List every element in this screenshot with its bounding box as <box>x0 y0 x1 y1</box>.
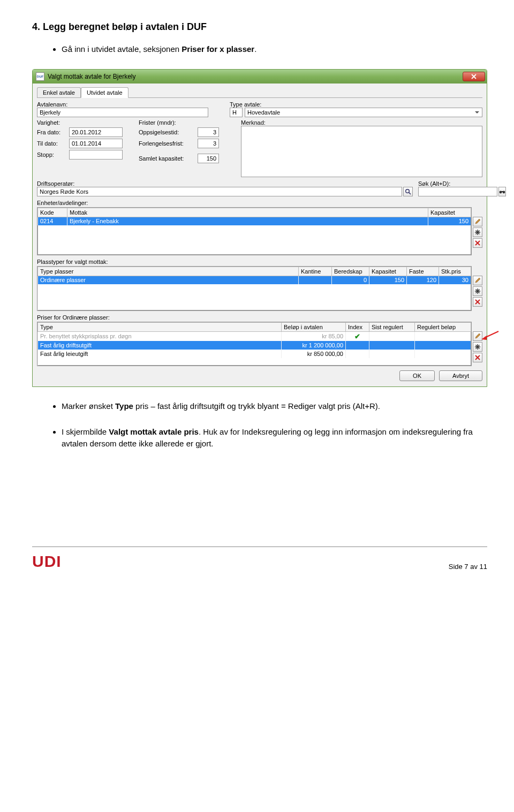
cell-kapasitet: 150 <box>428 217 471 225</box>
input-type-code[interactable] <box>230 108 243 117</box>
search-driftsoperator-button[interactable] <box>403 187 413 196</box>
col-sist-regulert[interactable]: Sist regulert <box>369 322 415 331</box>
cell-beredskap: 0 <box>332 276 369 284</box>
label-priser: Priser for Ordinære plasser: <box>37 314 482 321</box>
label-driftsoperator: Driftsoperatør: <box>37 180 413 187</box>
input-fra-dato[interactable] <box>69 127 123 137</box>
close-button[interactable] <box>463 72 485 81</box>
label-sok: Søk (Alt+D): <box>418 180 482 187</box>
label-plasstyper: Plasstyper for valgt mottak: <box>37 259 482 265</box>
label-type-avtale: Type avtale: <box>230 101 482 108</box>
table-row[interactable]: 0214 Bjerkely - Enebakk 150 <box>38 217 471 225</box>
tab-enkel-avtale[interactable]: Enkel avtale <box>37 87 81 97</box>
table-row[interactable]: Pr. benyttet stykkprisplass pr. døgn kr … <box>38 331 471 341</box>
bullet-list-2: Marker ønsket Type pris – fast årlig dri… <box>32 400 487 413</box>
binoculars-icon <box>499 189 505 194</box>
cell-sist <box>369 350 415 358</box>
label-merknad: Merknad: <box>241 119 482 126</box>
new-row-button[interactable] <box>473 286 482 296</box>
col-belop[interactable]: Beløp i avtalen <box>282 322 346 331</box>
app-window: DUF Valgt mottak avtale for Bjerkely Enk… <box>32 69 487 388</box>
bullet-item: I skjermbilde Valgt mottak avtale pris. … <box>62 426 487 450</box>
tab-bar: Enkel avtale Utvidet avtale <box>37 87 482 98</box>
cell-faste: 120 <box>407 276 439 284</box>
cell-index <box>346 341 369 350</box>
edit-row-button[interactable] <box>473 217 482 226</box>
dropdown-type-avtale[interactable]: Hovedavtale <box>245 108 482 117</box>
edit-row-button[interactable] <box>473 276 482 285</box>
titlebar: DUF Valgt mottak avtale for Bjerkely <box>33 70 487 84</box>
bullet-text: pris – fast årlig driftsutgift og trykk … <box>133 401 380 411</box>
delete-row-button[interactable] <box>473 238 482 248</box>
input-stopp[interactable] <box>69 150 123 160</box>
input-avtalenavn[interactable] <box>37 108 208 117</box>
new-row-button[interactable] <box>473 227 482 237</box>
cell-reg <box>415 341 471 350</box>
table-row <box>38 284 471 310</box>
col-regulert-belop[interactable]: Regulert beløp <box>415 322 471 331</box>
cell-type: Fast årlig driftsutgift <box>38 341 282 350</box>
input-samlet-kapasitet[interactable] <box>198 154 219 163</box>
sok-button[interactable] <box>498 187 506 196</box>
search-icon <box>405 188 411 195</box>
pencil-icon <box>474 277 481 284</box>
bullet-bold: Valgt mottak avtale pris <box>109 427 199 436</box>
bullet-text: Marker ønsket <box>62 401 115 411</box>
cell-index: ✔ <box>346 331 369 341</box>
udi-logo: UDI <box>32 552 62 571</box>
page-number: Side 7 av 11 <box>449 563 487 571</box>
cell-type: Fast årlig leieutgift <box>38 350 282 358</box>
ok-button[interactable]: OK <box>399 370 435 381</box>
label-fra-dato: Fra dato: <box>37 129 69 135</box>
table-row[interactable]: Ordinære plasser 0 150 120 30 <box>38 276 471 284</box>
table-row <box>38 358 471 366</box>
col-type-plasser[interactable]: Type plasser <box>38 267 299 276</box>
input-oppsigelsestid[interactable] <box>198 127 219 137</box>
delete-row-button[interactable] <box>473 297 482 307</box>
input-forlengelsesfrist[interactable] <box>198 139 219 148</box>
col-kapasitet[interactable]: Kapasitet <box>428 208 471 217</box>
col-faste[interactable]: Faste <box>407 267 439 276</box>
col-kapasitet[interactable]: Kapasitet <box>369 267 407 276</box>
page-footer: UDI Side 7 av 11 <box>32 552 487 571</box>
footer-rule <box>32 547 487 547</box>
table-row[interactable]: Fast årlig leieutgift kr 850 000,00 <box>38 350 471 358</box>
input-driftsoperator[interactable] <box>37 187 402 196</box>
cell-reg <box>415 331 471 341</box>
new-price-button[interactable] <box>473 342 482 352</box>
delete-icon <box>475 355 480 360</box>
input-til-dato[interactable] <box>69 139 123 148</box>
col-kode[interactable]: Kode <box>38 208 67 217</box>
label-enheter: Enheter/avdelinger: <box>37 200 482 206</box>
bullet-text: . <box>254 44 256 54</box>
section-heading: 4. Legg beregnet beløp i avtalen i DUF <box>32 21 487 33</box>
bullet-list-1: Gå inn i utvidet avtale, seksjonen Prise… <box>32 43 487 56</box>
cell-mottak: Bjerkely - Enebakk <box>67 217 428 225</box>
textarea-merknad[interactable] <box>241 126 482 177</box>
col-index[interactable]: Index <box>346 322 369 331</box>
avbryt-button[interactable]: Avbryt <box>439 370 482 381</box>
label-avtalenavn: Avtalenavn: <box>37 101 230 108</box>
cell-reg <box>415 350 471 358</box>
input-sok[interactable] <box>418 187 497 196</box>
pencil-icon <box>474 333 481 339</box>
bullet-text: I skjermbilde <box>62 427 109 436</box>
cell-belop: kr 850 000,00 <box>282 350 346 358</box>
table-row[interactable]: Fast årlig driftsutgift kr 1 200 000,00 <box>38 341 471 350</box>
label-samlet-kapasitet: Samlet kapasitet: <box>139 155 198 162</box>
col-kantine[interactable]: Kantine <box>299 267 332 276</box>
asterisk-icon <box>475 344 480 350</box>
edit-price-button[interactable] <box>473 331 482 341</box>
cell-index <box>346 350 369 358</box>
plasstyper-table: Type plasser Kantine Beredskap Kapasitet… <box>37 267 471 310</box>
col-mottak[interactable]: Mottak <box>67 208 428 217</box>
bullet-bold: Priser for x plasser <box>182 44 254 54</box>
col-stkpris[interactable]: Stk.pris <box>439 267 471 276</box>
cell-sist <box>369 331 415 341</box>
svg-point-0 <box>406 189 410 193</box>
delete-price-button[interactable] <box>473 353 482 362</box>
tab-utvidet-avtale[interactable]: Utvidet avtale <box>81 87 128 98</box>
col-beredskap[interactable]: Beredskap <box>332 267 369 276</box>
col-type[interactable]: Type <box>38 322 282 331</box>
dropdown-value: Hovedavtale <box>247 109 280 116</box>
